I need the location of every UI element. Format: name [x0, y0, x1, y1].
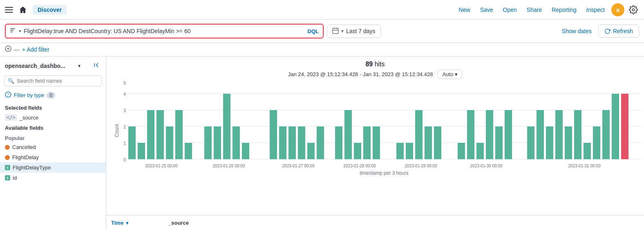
search-icon: 🔍 [8, 78, 14, 84]
svg-rect-74 [593, 126, 600, 159]
svg-text:timestamp per 3 hours: timestamp per 3 hours [360, 170, 408, 176]
add-filter-button[interactable]: + Add filter [22, 46, 49, 53]
index-chevron: ▾ [78, 63, 80, 69]
svg-rect-46 [317, 126, 324, 159]
search-input[interactable] [17, 78, 98, 84]
time-range-text: Last 7 days [346, 28, 376, 34]
interval-select[interactable]: Auto ▾ [438, 70, 462, 79]
svg-rect-30 [157, 110, 164, 159]
svg-rect-43 [288, 126, 296, 159]
svg-rect-68 [537, 110, 544, 159]
svg-text:2023-01-30 00:00: 2023-01-30 00:00 [470, 164, 503, 168]
svg-rect-39 [242, 143, 249, 159]
field-flightdelaytype[interactable]: t FlightDelayType [0, 162, 106, 173]
svg-text:2023-01-29 00:00: 2023-01-29 00:00 [405, 164, 437, 168]
table-header: Time ▼ _source [106, 215, 644, 230]
query-dropdown-chevron[interactable]: ▾ [19, 28, 21, 34]
svg-text:2023-01-28 00:00: 2023-01-28 00:00 [344, 164, 376, 168]
svg-rect-44 [298, 126, 305, 159]
field-id[interactable]: t id [0, 173, 106, 183]
main-layout: opensearch_dashbo... ▾ 🔍 Filter by type [0, 56, 644, 230]
time-column-header[interactable]: Time ▼ [111, 220, 168, 226]
svg-text:Count: Count [114, 124, 120, 137]
date-range: Jan 24, 2023 @ 15:12:34.428 - Jan 31, 20… [106, 69, 644, 81]
sidebar: opensearch_dashbo... ▾ 🔍 Filter by type [0, 56, 106, 230]
svg-text:2023-01-31 00:00: 2023-01-31 00:00 [568, 164, 601, 168]
svg-rect-42 [279, 126, 286, 159]
open-link[interactable]: Open [500, 5, 520, 15]
inspect-link[interactable]: Inspect [583, 5, 608, 15]
field-search[interactable]: 🔍 [4, 75, 102, 86]
sidebar-collapse-icon[interactable] [94, 61, 101, 70]
svg-rect-50 [354, 143, 361, 159]
source-column-header: _source [168, 220, 639, 226]
svg-rect-41 [270, 110, 277, 159]
bar-chart: Count 0 1 2 3 4 5 [106, 81, 644, 176]
id-field-name: id [13, 175, 17, 181]
id-field-icon: t [5, 175, 10, 180]
svg-rect-70 [555, 110, 563, 159]
svg-rect-73 [584, 143, 591, 159]
svg-rect-27 [128, 126, 136, 159]
svg-rect-64 [495, 126, 503, 159]
svg-text:5: 5 [123, 81, 126, 86]
filter-options-icon[interactable] [5, 45, 11, 54]
share-link[interactable]: Share [523, 5, 545, 15]
svg-text:4: 4 [123, 92, 126, 97]
avatar[interactable]: a [611, 3, 624, 16]
index-name: opensearch_dashbo... [5, 63, 65, 69]
refresh-icon [604, 28, 610, 34]
svg-rect-60 [458, 143, 465, 159]
svg-rect-58 [434, 126, 441, 159]
new-link[interactable]: New [456, 5, 474, 15]
histogram-svg: Count 0 1 2 3 4 5 [114, 81, 644, 176]
query-input-wrapper[interactable]: ▾ FlightDelay:true AND DestCountry: US A… [5, 24, 324, 38]
time-filter[interactable]: ▾ Last 7 days [327, 25, 381, 38]
discover-tab[interactable]: Discover [33, 5, 67, 15]
calendar-icon [332, 27, 339, 35]
show-dates-button[interactable]: Show dates [559, 28, 595, 34]
filter-type-icon [5, 91, 11, 99]
field-flightdelay[interactable]: FlightDelay [0, 152, 106, 162]
index-selector-row: opensearch_dashbo... ▾ [0, 56, 106, 74]
svg-rect-55 [406, 143, 413, 159]
selected-field-source[interactable]: </> _source [0, 113, 106, 122]
svg-rect-51 [363, 126, 371, 159]
flightdelay-field-icon [5, 155, 10, 160]
home-button[interactable] [16, 3, 29, 16]
svg-rect-31 [166, 126, 173, 159]
save-link[interactable]: Save [477, 5, 496, 15]
svg-rect-75 [602, 110, 610, 159]
svg-rect-52 [373, 126, 380, 159]
field-cancelled[interactable]: Cancelled [0, 142, 106, 152]
svg-rect-57 [425, 126, 432, 159]
settings-icon[interactable] [628, 4, 639, 16]
filter-by-type-row: Filter by type 0 [0, 90, 106, 102]
dql-badge[interactable]: DQL [308, 28, 319, 34]
svg-rect-1 [10, 28, 15, 29]
search-bar: ▾ FlightDelay:true AND DestCountry: US A… [0, 20, 644, 43]
filter-dash: — [14, 46, 20, 53]
query-icon [10, 27, 16, 35]
svg-rect-67 [527, 126, 534, 159]
svg-rect-32 [175, 110, 183, 159]
selected-fields-title: Selected fields [0, 102, 106, 113]
hamburger-menu[interactable] [5, 6, 13, 14]
svg-rect-36 [214, 126, 221, 159]
reporting-link[interactable]: Reporting [548, 5, 580, 15]
svg-rect-4 [333, 28, 338, 34]
svg-text:3: 3 [123, 108, 126, 113]
svg-rect-56 [415, 110, 423, 159]
cancelled-field-name: Cancelled [12, 144, 36, 150]
hits-count: 89 hits [106, 56, 644, 69]
query-text: FlightDelay:true AND DestCountry: US AND… [24, 28, 305, 34]
svg-rect-61 [467, 110, 474, 159]
svg-rect-38 [233, 126, 240, 159]
available-fields-title: Available fields [0, 122, 106, 133]
chart-area: 89 hits Jan 24, 2023 @ 15:12:34.428 - Ja… [106, 56, 644, 230]
index-controls[interactable]: ▾ [78, 63, 80, 69]
refresh-button[interactable]: Refresh [598, 25, 639, 38]
svg-text:2023-01-27 00:00: 2023-01-27 00:00 [282, 164, 315, 168]
filter-by-type-button[interactable]: Filter by type [14, 92, 44, 98]
svg-rect-3 [10, 32, 13, 32]
